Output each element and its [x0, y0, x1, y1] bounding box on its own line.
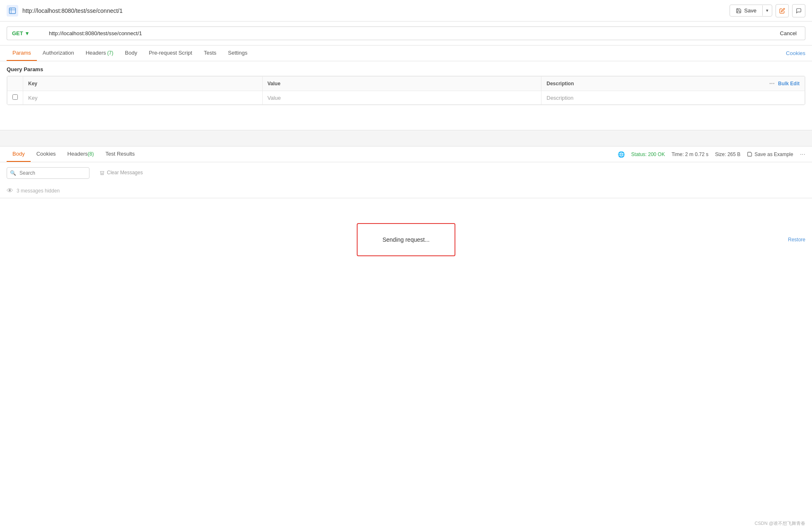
footer: CSDN @谁不想飞舞青春 — [748, 518, 812, 529]
tab-params[interactable]: Params — [7, 46, 37, 61]
window-title: http://localhost:8080/test/sse/connect/1 — [22, 7, 123, 14]
params-table-wrapper: Key Value Description ··· Bulk Edit — [0, 76, 812, 105]
comment-button[interactable] — [792, 4, 805, 17]
tab-pre-request-script[interactable]: Pre-request Script — [143, 46, 198, 61]
row-checkbox[interactable] — [7, 91, 23, 105]
restore-button[interactable]: Restore — [788, 237, 805, 243]
key-cell[interactable]: Key — [23, 91, 263, 105]
top-bar-right: Save ▾ — [730, 4, 805, 17]
tab-icon — [7, 5, 18, 17]
value-col-header: Value — [262, 77, 541, 91]
divider-area — [0, 130, 812, 147]
clear-messages-button[interactable]: Clear Messages — [96, 167, 146, 178]
checkbox-col-header — [7, 77, 23, 91]
param-checkbox[interactable] — [12, 94, 18, 100]
save-dropdown-arrow[interactable]: ▾ — [762, 5, 772, 16]
footer-text: CSDN @谁不想飞舞青春 — [755, 521, 805, 526]
response-tab-test-results[interactable]: Test Results — [99, 147, 140, 162]
response-tabs-row: Body Cookies Headers(8) Test Results 🌐 S… — [0, 147, 812, 162]
size-text: Size: 265 B — [715, 151, 740, 157]
search-wrap: 🔍 — [7, 167, 89, 179]
tab-body[interactable]: Body — [119, 46, 143, 61]
more-options-icon[interactable]: ··· — [769, 80, 775, 87]
cancel-button[interactable]: Cancel — [772, 26, 805, 40]
top-bar: http://localhost:8080/test/sse/connect/1… — [0, 0, 812, 22]
response-more-options-icon[interactable]: ··· — [800, 151, 805, 158]
desc-cell[interactable]: Description — [541, 91, 805, 105]
sending-request-text: Sending request... — [382, 236, 430, 243]
time-text: Time: 2 m 0.72 s — [672, 151, 708, 157]
search-icon: 🔍 — [10, 170, 16, 176]
hidden-messages-row: 👁 3 messages hidden — [0, 184, 812, 198]
svg-rect-0 — [10, 8, 16, 14]
sending-request-overlay: Sending request... — [357, 223, 455, 256]
top-bar-left: http://localhost:8080/test/sse/connect/1 — [7, 5, 123, 17]
cookies-link[interactable]: Cookies — [786, 46, 805, 60]
save-button[interactable]: Save — [730, 5, 762, 16]
eye-slash-icon: 👁 — [7, 187, 13, 195]
search-input[interactable] — [7, 167, 89, 179]
request-tabs-row: Params Authorization Headers(7) Body Pre… — [0, 46, 812, 61]
status-text: Status: 200 OK — [631, 151, 665, 157]
save-label: Save — [744, 7, 756, 14]
response-section: Body Cookies Headers(8) Test Results 🌐 S… — [0, 147, 812, 281]
save-button-group[interactable]: Save ▾ — [730, 5, 772, 17]
desc-col-header: Description ··· Bulk Edit — [541, 77, 805, 91]
bulk-edit-label[interactable]: Bulk Edit — [778, 81, 800, 87]
response-tab-cookies[interactable]: Cookies — [31, 147, 62, 162]
params-table: Key Value Description ··· Bulk Edit — [7, 76, 805, 105]
edit-button[interactable] — [776, 4, 789, 17]
response-body-area: 🔍 Clear Messages — [0, 162, 812, 184]
globe-icon: 🌐 — [618, 151, 625, 158]
response-tab-headers[interactable]: Headers(8) — [62, 147, 100, 162]
request-bar: GET ▾ Cancel — [0, 22, 812, 46]
save-example-button[interactable]: Save as Example — [747, 151, 793, 157]
table-row: Key Value Description — [7, 91, 805, 105]
method-label: GET — [12, 30, 23, 36]
hidden-messages-text: 3 messages hidden — [17, 188, 60, 194]
tab-tests[interactable]: Tests — [198, 46, 222, 61]
response-status-bar: 🌐 Status: 200 OK Time: 2 m 0.72 s Size: … — [618, 151, 805, 158]
response-tab-body[interactable]: Body — [7, 147, 31, 162]
tab-settings[interactable]: Settings — [222, 46, 253, 61]
value-cell[interactable]: Value — [262, 91, 541, 105]
key-col-header: Key — [23, 77, 263, 91]
response-content-area: Sending request... Restore — [0, 198, 812, 281]
url-input[interactable] — [44, 26, 772, 40]
query-params-header: Query Params — [0, 61, 812, 76]
tab-authorization[interactable]: Authorization — [37, 46, 80, 61]
response-headers-badge: (8) — [88, 151, 94, 157]
params-table-container: Key Value Description ··· Bulk Edit — [7, 76, 805, 105]
method-dropdown-icon: ▾ — [26, 30, 29, 36]
tab-headers[interactable]: Headers(7) — [80, 46, 119, 61]
method-select[interactable]: GET ▾ — [7, 26, 44, 40]
